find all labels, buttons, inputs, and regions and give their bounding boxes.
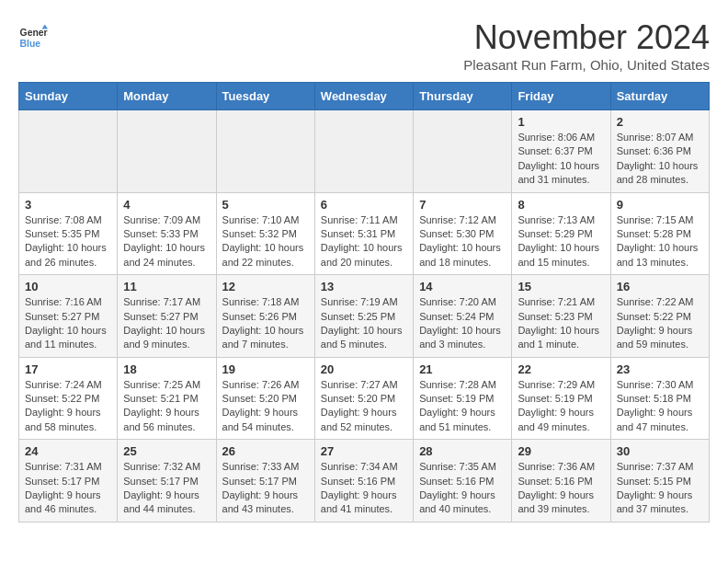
day-number: 23 bbox=[617, 362, 703, 376]
day-info: Sunrise: 7:10 AM Sunset: 5:32 PM Dayligh… bbox=[222, 213, 309, 270]
calendar-cell: 19Sunrise: 7:26 AM Sunset: 5:20 PM Dayli… bbox=[216, 357, 314, 440]
calendar-cell: 23Sunrise: 7:30 AM Sunset: 5:18 PM Dayli… bbox=[610, 357, 709, 440]
day-number: 15 bbox=[518, 280, 604, 293]
day-info: Sunrise: 7:18 AM Sunset: 5:26 PM Dayligh… bbox=[222, 295, 309, 352]
day-number: 22 bbox=[518, 362, 604, 376]
day-info: Sunrise: 7:11 AM Sunset: 5:31 PM Dayligh… bbox=[321, 213, 407, 270]
day-number: 24 bbox=[25, 444, 111, 458]
day-info: Sunrise: 7:12 AM Sunset: 5:30 PM Dayligh… bbox=[419, 213, 506, 270]
day-number: 4 bbox=[123, 198, 210, 212]
header-tuesday: Tuesday bbox=[216, 83, 314, 110]
day-number: 19 bbox=[222, 362, 309, 376]
calendar-cell: 24Sunrise: 7:31 AM Sunset: 5:17 PM Dayli… bbox=[19, 440, 118, 523]
page-header: General Blue November 2024 Pleasant Run … bbox=[18, 18, 710, 73]
title-area: November 2024 Pleasant Run Farm, Ohio, U… bbox=[463, 18, 710, 73]
week-row-0: 1Sunrise: 8:06 AM Sunset: 6:37 PM Daylig… bbox=[19, 110, 710, 193]
logo: General Blue bbox=[18, 23, 51, 52]
header-sunday: Sunday bbox=[19, 83, 118, 110]
week-row-1: 3Sunrise: 7:08 AM Sunset: 5:35 PM Daylig… bbox=[19, 192, 710, 275]
week-row-2: 10Sunrise: 7:16 AM Sunset: 5:27 PM Dayli… bbox=[19, 275, 710, 358]
calendar-cell: 29Sunrise: 7:36 AM Sunset: 5:16 PM Dayli… bbox=[512, 440, 610, 523]
day-info: Sunrise: 7:17 AM Sunset: 5:27 PM Dayligh… bbox=[123, 295, 210, 352]
day-number: 3 bbox=[25, 198, 111, 212]
svg-text:General: General bbox=[20, 28, 48, 38]
day-number: 2 bbox=[617, 115, 703, 129]
calendar-cell: 8Sunrise: 7:13 AM Sunset: 5:29 PM Daylig… bbox=[512, 192, 610, 275]
day-number: 5 bbox=[222, 198, 309, 212]
calendar-cell: 12Sunrise: 7:18 AM Sunset: 5:26 PM Dayli… bbox=[216, 275, 314, 358]
calendar-cell: 9Sunrise: 7:15 AM Sunset: 5:28 PM Daylig… bbox=[610, 192, 709, 275]
calendar-cell bbox=[314, 110, 413, 193]
day-info: Sunrise: 7:13 AM Sunset: 5:29 PM Dayligh… bbox=[518, 213, 604, 270]
day-info: Sunrise: 7:27 AM Sunset: 5:20 PM Dayligh… bbox=[321, 378, 407, 435]
calendar-cell: 22Sunrise: 7:29 AM Sunset: 5:19 PM Dayli… bbox=[512, 357, 610, 440]
calendar-cell: 14Sunrise: 7:20 AM Sunset: 5:24 PM Dayli… bbox=[414, 275, 512, 358]
day-number: 26 bbox=[222, 444, 309, 458]
day-number: 13 bbox=[321, 280, 407, 293]
day-info: Sunrise: 7:36 AM Sunset: 5:16 PM Dayligh… bbox=[518, 460, 604, 517]
calendar-cell: 26Sunrise: 7:33 AM Sunset: 5:17 PM Dayli… bbox=[216, 440, 314, 523]
day-number: 14 bbox=[419, 280, 506, 293]
month-title: November 2024 bbox=[463, 18, 710, 57]
day-number: 28 bbox=[419, 444, 506, 458]
calendar-cell: 1Sunrise: 8:06 AM Sunset: 6:37 PM Daylig… bbox=[512, 110, 610, 193]
day-number: 12 bbox=[222, 280, 309, 293]
day-number: 29 bbox=[518, 444, 604, 458]
day-number: 6 bbox=[321, 198, 407, 212]
calendar-cell: 18Sunrise: 7:25 AM Sunset: 5:21 PM Dayli… bbox=[118, 357, 216, 440]
header-saturday: Saturday bbox=[610, 83, 709, 110]
calendar-cell: 10Sunrise: 7:16 AM Sunset: 5:27 PM Dayli… bbox=[19, 275, 118, 358]
day-info: Sunrise: 7:22 AM Sunset: 5:22 PM Dayligh… bbox=[617, 295, 703, 352]
day-number: 1 bbox=[518, 115, 604, 129]
calendar-cell: 27Sunrise: 7:34 AM Sunset: 5:16 PM Dayli… bbox=[314, 440, 413, 523]
day-info: Sunrise: 7:08 AM Sunset: 5:35 PM Dayligh… bbox=[25, 213, 111, 270]
calendar-cell: 20Sunrise: 7:27 AM Sunset: 5:20 PM Dayli… bbox=[314, 357, 413, 440]
day-number: 21 bbox=[419, 362, 506, 376]
day-info: Sunrise: 7:09 AM Sunset: 5:33 PM Dayligh… bbox=[123, 213, 210, 270]
week-row-3: 17Sunrise: 7:24 AM Sunset: 5:22 PM Dayli… bbox=[19, 357, 710, 440]
day-info: Sunrise: 7:30 AM Sunset: 5:18 PM Dayligh… bbox=[617, 378, 703, 435]
logo-icon: General Blue bbox=[18, 23, 48, 52]
week-row-4: 24Sunrise: 7:31 AM Sunset: 5:17 PM Dayli… bbox=[19, 440, 710, 523]
calendar-cell bbox=[414, 110, 512, 193]
day-number: 8 bbox=[518, 198, 604, 212]
calendar-cell: 2Sunrise: 8:07 AM Sunset: 6:36 PM Daylig… bbox=[610, 110, 709, 193]
svg-marker-2 bbox=[42, 25, 48, 29]
day-info: Sunrise: 7:21 AM Sunset: 5:23 PM Dayligh… bbox=[518, 295, 604, 352]
day-info: Sunrise: 7:26 AM Sunset: 5:20 PM Dayligh… bbox=[222, 378, 309, 435]
calendar-cell: 30Sunrise: 7:37 AM Sunset: 5:15 PM Dayli… bbox=[610, 440, 709, 523]
day-info: Sunrise: 7:37 AM Sunset: 5:15 PM Dayligh… bbox=[617, 460, 703, 517]
calendar-cell: 6Sunrise: 7:11 AM Sunset: 5:31 PM Daylig… bbox=[314, 192, 413, 275]
day-info: Sunrise: 8:06 AM Sunset: 6:37 PM Dayligh… bbox=[518, 131, 604, 188]
day-number: 25 bbox=[123, 444, 210, 458]
calendar-cell: 3Sunrise: 7:08 AM Sunset: 5:35 PM Daylig… bbox=[19, 192, 118, 275]
day-info: Sunrise: 8:07 AM Sunset: 6:36 PM Dayligh… bbox=[617, 131, 703, 188]
day-info: Sunrise: 7:20 AM Sunset: 5:24 PM Dayligh… bbox=[419, 295, 506, 352]
calendar-cell: 11Sunrise: 7:17 AM Sunset: 5:27 PM Dayli… bbox=[118, 275, 216, 358]
calendar-cell bbox=[19, 110, 118, 193]
day-number: 16 bbox=[617, 280, 703, 293]
calendar-cell: 21Sunrise: 7:28 AM Sunset: 5:19 PM Dayli… bbox=[414, 357, 512, 440]
calendar-header-row: SundayMondayTuesdayWednesdayThursdayFrid… bbox=[19, 83, 710, 110]
day-info: Sunrise: 7:31 AM Sunset: 5:17 PM Dayligh… bbox=[25, 460, 111, 517]
day-number: 27 bbox=[321, 444, 407, 458]
day-info: Sunrise: 7:25 AM Sunset: 5:21 PM Dayligh… bbox=[123, 378, 210, 435]
day-info: Sunrise: 7:16 AM Sunset: 5:27 PM Dayligh… bbox=[25, 295, 111, 352]
calendar-cell bbox=[216, 110, 314, 193]
day-info: Sunrise: 7:35 AM Sunset: 5:16 PM Dayligh… bbox=[419, 460, 506, 517]
calendar-table: SundayMondayTuesdayWednesdayThursdayFrid… bbox=[18, 82, 710, 523]
day-info: Sunrise: 7:33 AM Sunset: 5:17 PM Dayligh… bbox=[222, 460, 309, 517]
calendar-cell: 28Sunrise: 7:35 AM Sunset: 5:16 PM Dayli… bbox=[414, 440, 512, 523]
calendar-cell: 17Sunrise: 7:24 AM Sunset: 5:22 PM Dayli… bbox=[19, 357, 118, 440]
day-number: 7 bbox=[419, 198, 506, 212]
calendar-cell bbox=[118, 110, 216, 193]
calendar-cell: 13Sunrise: 7:19 AM Sunset: 5:25 PM Dayli… bbox=[314, 275, 413, 358]
day-number: 20 bbox=[321, 362, 407, 376]
header-friday: Friday bbox=[512, 83, 610, 110]
calendar-cell: 5Sunrise: 7:10 AM Sunset: 5:32 PM Daylig… bbox=[216, 192, 314, 275]
day-number: 17 bbox=[25, 362, 111, 376]
day-info: Sunrise: 7:15 AM Sunset: 5:28 PM Dayligh… bbox=[617, 213, 703, 270]
day-info: Sunrise: 7:28 AM Sunset: 5:19 PM Dayligh… bbox=[419, 378, 506, 435]
day-number: 10 bbox=[25, 280, 111, 293]
svg-text:Blue: Blue bbox=[20, 39, 41, 49]
